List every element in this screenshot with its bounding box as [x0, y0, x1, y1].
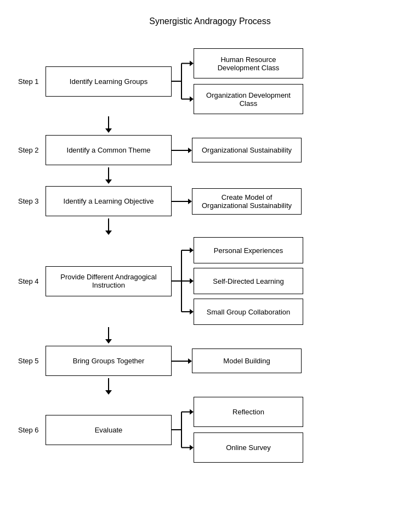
step-label: Step 1	[18, 77, 46, 86]
side-box: Personal Experiences	[194, 237, 303, 263]
step-row: Step 4Provide Different Andragogical Ins…	[18, 237, 402, 325]
side-box: Model Building	[192, 349, 302, 373]
svg-marker-5	[190, 97, 194, 102]
side-box: Create Model of Organizational Sustainab…	[192, 188, 302, 215]
step-row: Step 5Bring Groups TogetherModel Buildin…	[18, 346, 402, 376]
page-title: Synergistic Andragogy Process	[149, 16, 270, 26]
side-box: Self-Directed Learning	[194, 268, 303, 294]
svg-marker-13	[190, 309, 194, 314]
main-box: Bring Groups Together	[46, 346, 172, 376]
step-label: Step 3	[18, 197, 46, 205]
step-label: Step 4	[18, 277, 46, 285]
step-row: Step 6EvaluateReflectionOnline Survey	[18, 397, 402, 463]
side-box: Organization Development Class	[194, 84, 303, 114]
side-box: Reflection	[194, 397, 303, 427]
svg-marker-3	[190, 61, 194, 66]
step-label: Step 2	[18, 146, 46, 154]
side-box: Online Survey	[194, 432, 303, 463]
step-row: Step 1Identify Learning GroupsHuman Reso…	[18, 48, 402, 114]
svg-marker-17	[190, 409, 194, 415]
main-box: Identify a Learning Objective	[46, 186, 172, 216]
main-box: Provide Different Andragogical Instructi…	[46, 266, 172, 296]
step-row: Step 2Identify a Common ThemeOrganizatio…	[18, 135, 402, 165]
svg-marker-19	[190, 445, 194, 451]
side-box: Human Resource Development Class	[194, 48, 303, 78]
main-box: Identify a Common Theme	[46, 135, 172, 165]
side-box: Organizational Sustainability	[192, 138, 302, 162]
side-box: Small Group Collaboration	[194, 299, 303, 325]
svg-marker-11	[190, 278, 194, 284]
main-box: Evaluate	[46, 415, 172, 445]
step-label: Step 6	[18, 426, 46, 434]
step-label: Step 5	[18, 357, 46, 365]
diagram: Step 1Identify Learning GroupsHuman Reso…	[18, 48, 402, 463]
svg-marker-9	[190, 248, 194, 253]
main-box: Identify Learning Groups	[46, 66, 172, 97]
step-row: Step 3Identify a Learning ObjectiveCreat…	[18, 186, 402, 216]
